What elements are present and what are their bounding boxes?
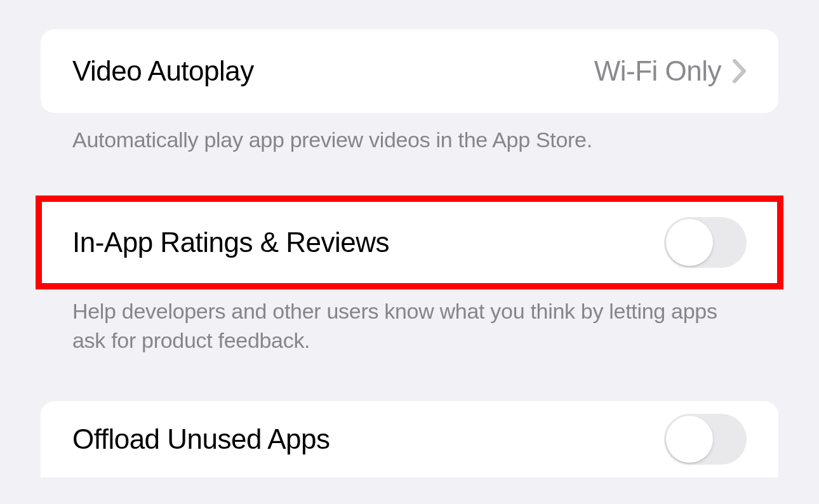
video-autoplay-row[interactable]: Video Autoplay Wi-Fi Only <box>41 29 778 113</box>
offload-unused-apps-toggle[interactable] <box>664 414 747 465</box>
in-app-ratings-row[interactable]: In-App Ratings & Reviews <box>41 201 778 284</box>
toggle-knob <box>666 219 713 266</box>
chevron-right-icon <box>733 59 747 83</box>
in-app-ratings-toggle[interactable] <box>664 217 747 268</box>
video-autoplay-value-container: Wi-Fi Only <box>594 55 747 87</box>
video-autoplay-value: Wi-Fi Only <box>594 55 721 87</box>
in-app-ratings-footer: Help developers and other users know wha… <box>41 284 778 355</box>
in-app-ratings-label: In-App Ratings & Reviews <box>72 227 389 258</box>
offload-unused-apps-row[interactable]: Offload Unused Apps <box>41 401 778 477</box>
offload-unused-apps-label: Offload Unused Apps <box>72 423 330 455</box>
toggle-knob <box>666 416 713 463</box>
video-autoplay-label: Video Autoplay <box>72 55 254 87</box>
video-autoplay-footer: Automatically play app preview videos in… <box>41 113 778 155</box>
